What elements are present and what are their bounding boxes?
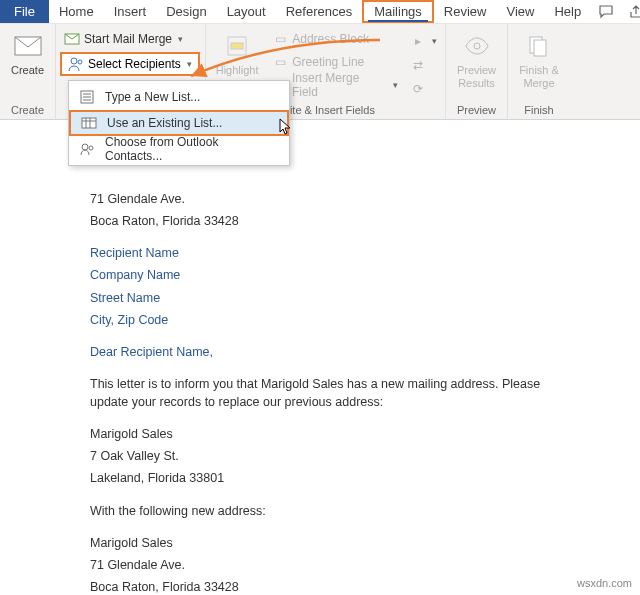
with-new-label: With the following new address: — [90, 502, 550, 520]
chevron-down-icon: ▾ — [393, 80, 398, 90]
placeholder-company[interactable]: Company Name — [90, 266, 550, 284]
share-icon[interactable] — [621, 0, 640, 23]
create-envelopes-button[interactable]: Create — [5, 28, 51, 77]
menu-use-existing-list[interactable]: Use an Existing List... — [69, 110, 289, 136]
update-labels-button: ⟳ — [406, 78, 441, 100]
select-recipients-button[interactable]: Select Recipients▾ — [60, 52, 200, 76]
svg-rect-8 — [534, 40, 546, 56]
preview-icon — [461, 30, 493, 62]
tab-review[interactable]: Review — [434, 0, 497, 23]
sender-addr-1: 71 Glendale Ave. — [90, 190, 550, 208]
tab-strip: File Home Insert Design Layout Reference… — [0, 0, 640, 24]
menu-type-new-list[interactable]: Type a New List... — [69, 84, 289, 110]
finish-icon — [523, 30, 555, 62]
cursor-icon — [279, 118, 293, 139]
comments-icon[interactable] — [591, 0, 621, 23]
highlight-icon — [221, 30, 253, 62]
tab-insert[interactable]: Insert — [104, 0, 157, 23]
group-create-label: Create — [4, 102, 51, 119]
recipients-icon — [68, 56, 84, 72]
select-recipients-menu: Type a New List... Use an Existing List.… — [68, 80, 290, 166]
chevron-down-icon: ▾ — [178, 34, 183, 44]
document-body: 71 Glendale Ave. Boca Raton, Florida 334… — [0, 160, 640, 595]
tab-references[interactable]: References — [276, 0, 362, 23]
svg-point-2 — [71, 58, 77, 64]
existing-list-icon — [81, 115, 97, 131]
tab-design[interactable]: Design — [156, 0, 216, 23]
file-tab[interactable]: File — [0, 0, 49, 23]
placeholder-street[interactable]: Street Name — [90, 289, 550, 307]
body-text: This letter is to inform you that Marigo… — [90, 375, 550, 411]
rules-button: ▸▾ — [406, 30, 441, 52]
old-addr-3: Lakeland, Florida 33801 — [90, 469, 550, 487]
old-addr-1: Marigold Sales — [90, 425, 550, 443]
svg-rect-5 — [231, 43, 243, 49]
finish-merge-button: Finish & Merge — [516, 28, 562, 90]
mail-merge-icon — [64, 31, 80, 47]
match-fields-button: ⇄ — [406, 54, 441, 76]
greeting-line[interactable]: Dear Recipient Name, — [90, 343, 550, 361]
greeting-icon: ▭ — [272, 54, 288, 70]
outlook-contacts-icon — [79, 141, 95, 157]
group-finish-label: Finish — [512, 102, 566, 119]
new-addr-1: Marigold Sales — [90, 534, 550, 552]
svg-point-12 — [89, 146, 93, 150]
tab-mailings[interactable]: Mailings — [362, 0, 434, 23]
new-addr-2: 71 Glendale Ave. — [90, 556, 550, 574]
start-mail-merge-button[interactable]: Start Mail Merge▾ — [60, 28, 187, 50]
tab-help[interactable]: Help — [544, 0, 591, 23]
greeting-line-button: ▭ Greeting Line — [268, 51, 402, 73]
new-addr-3: Boca Raton, Florida 33428 — [90, 578, 550, 595]
new-list-icon — [79, 89, 95, 105]
preview-results-button: Preview Results — [454, 28, 500, 90]
placeholder-city[interactable]: City, Zip Code — [90, 311, 550, 329]
svg-point-3 — [78, 60, 82, 64]
tab-home[interactable]: Home — [49, 0, 104, 23]
address-icon: ▭ — [272, 31, 288, 47]
tab-view[interactable]: View — [496, 0, 544, 23]
svg-point-6 — [474, 43, 480, 49]
svg-point-11 — [82, 144, 88, 150]
chevron-down-icon: ▾ — [187, 59, 192, 69]
address-block-button: ▭ Address Block — [268, 28, 402, 50]
sender-addr-2: Boca Raton, Florida 33428 — [90, 212, 550, 230]
tab-layout[interactable]: Layout — [217, 0, 276, 23]
highlight-fields-button: Highlight — [210, 28, 264, 77]
placeholder-recipient[interactable]: Recipient Name — [90, 244, 550, 262]
old-addr-2: 7 Oak Valley St. — [90, 447, 550, 465]
envelope-icon — [12, 30, 44, 62]
menu-outlook-contacts[interactable]: Choose from Outlook Contacts... — [69, 136, 289, 162]
watermark: wsxdn.com — [577, 577, 632, 589]
create-label: Create — [11, 64, 44, 77]
svg-rect-10 — [82, 118, 96, 128]
group-preview-label: Preview — [450, 102, 503, 119]
